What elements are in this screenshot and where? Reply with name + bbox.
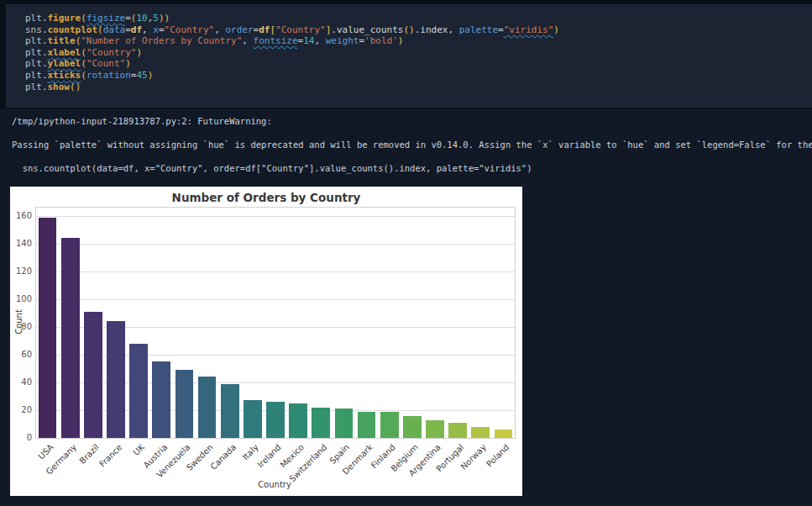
code-token: ( (81, 58, 86, 69)
code-token: ( (97, 24, 103, 35)
code-token: title (48, 35, 76, 46)
code-token: ( (81, 13, 86, 24)
plot-area (35, 207, 516, 439)
code-cell-frame: plt.figure(figsize=(10,5))sns.countplot(… (0, 0, 812, 109)
code-token: ) (76, 82, 81, 92)
y-tick-label: 160 (10, 212, 32, 220)
x-tick-label: Italy (242, 443, 260, 461)
bar-belgium (403, 416, 422, 438)
code-token: . (42, 13, 48, 24)
code-token: "viridis" (504, 24, 554, 35)
y-tick-label: 100 (10, 295, 32, 303)
bar-italy (244, 400, 262, 438)
y-tick-label: 20 (10, 406, 32, 414)
code-token: 10 (136, 13, 147, 24)
warning-line-source: /tmp/ipython-input-218913787.py:2: Futur… (12, 116, 805, 126)
code-token: order (225, 24, 253, 35)
code-token: plt (25, 35, 42, 46)
x-tick-label: France (97, 443, 123, 469)
bar-uk (129, 344, 148, 438)
y-tick-label: 0 (10, 434, 32, 442)
code-token: plt (25, 70, 42, 81)
code-line: sns.countplot(data=df, x="Country", orde… (25, 24, 804, 36)
code-token: palette (459, 24, 498, 35)
code-cell[interactable]: plt.figure(figsize=(10,5))sns.countplot(… (6, 4, 812, 108)
code-token: , (214, 24, 225, 35)
code-token: figsize (86, 13, 125, 24)
code-token: ) (136, 47, 142, 58)
bar-france (107, 321, 125, 438)
gridline (36, 244, 515, 245)
code-token: ( (81, 70, 86, 81)
bar-portugal (448, 423, 467, 438)
code-token: . (42, 82, 48, 92)
gridline (36, 216, 515, 217)
code-token: sns (25, 24, 42, 35)
y-tick-label: 40 (10, 378, 32, 387)
bar-sweden (198, 377, 217, 438)
bar-poland (495, 430, 513, 438)
bar-denmark (358, 412, 376, 438)
code-token: . (42, 47, 48, 58)
y-tick-label: 60 (10, 351, 32, 359)
chart-panel: Number of Orders by Country Count Countr… (10, 187, 522, 496)
x-tick-label: UK (132, 443, 146, 457)
code-token: = (125, 13, 131, 24)
code-token: "Country" (275, 24, 326, 35)
code-line: plt.ylabel("Count") (25, 58, 804, 70)
code-token: countplot (48, 24, 98, 35)
bar-finland (380, 412, 399, 438)
code-token: = (498, 24, 504, 35)
code-token: "Count" (86, 58, 125, 69)
code-token: 'bold' (364, 35, 398, 46)
code-token: value_counts (337, 24, 403, 35)
code-token: . (42, 24, 48, 35)
gridline (36, 299, 515, 300)
warning-line-message: Passing `palette` without assigning `hue… (12, 140, 805, 150)
code-token: ) (125, 58, 131, 69)
notebook-page: { "code_cell": { "lines": [ [{"t":"plt",… (0, 0, 812, 506)
bar-venezuela (175, 370, 194, 438)
code-lines: plt.figure(figsize=(10,5))sns.countplot(… (25, 13, 804, 92)
code-token: ) (159, 13, 165, 24)
code-token: plt (25, 82, 42, 92)
code-token: 45 (136, 70, 147, 81)
bar-argentina (426, 420, 444, 438)
code-token: , (314, 35, 325, 46)
code-token: ) (398, 35, 404, 46)
code-token: xlabel (48, 47, 81, 58)
code-token: rotation (86, 70, 131, 81)
code-token: fontsize (254, 35, 298, 46)
code-token: plt (25, 58, 42, 69)
code-token: . (42, 70, 48, 81)
bar-usa (39, 218, 57, 438)
code-token: show (48, 82, 71, 92)
code-token: = (125, 24, 131, 35)
code-line: plt.title("Number of Orders by Country",… (25, 35, 804, 47)
code-token: ) (148, 70, 154, 81)
code-token: ) (165, 13, 170, 24)
code-token: df (131, 24, 142, 35)
y-tick-label: 140 (10, 240, 32, 248)
code-token: 14 (303, 35, 314, 46)
code-line: plt.figure(figsize=(10,5)) (25, 13, 804, 24)
code-token: "Country" (165, 24, 215, 35)
chart-title: Number of Orders by Country (10, 191, 522, 204)
gridline (36, 271, 515, 272)
code-line: plt.xlabel("Country") (25, 47, 804, 59)
code-token: weight (326, 35, 359, 46)
x-tick-label: USA (37, 443, 55, 461)
code-token: plt (25, 47, 42, 58)
code-token: , (242, 35, 253, 46)
code-token: 5 (153, 13, 159, 24)
code-token: df (259, 24, 270, 35)
code-token: ) (409, 24, 415, 35)
code-token: , (142, 24, 153, 35)
code-token: = (159, 24, 165, 35)
bar-brazil (84, 312, 102, 438)
bar-switzerland (312, 408, 330, 438)
code-token: xticks (48, 70, 81, 81)
code-token: "Country" (86, 47, 137, 58)
code-token: ) (553, 24, 559, 35)
code-token: . (42, 58, 48, 69)
